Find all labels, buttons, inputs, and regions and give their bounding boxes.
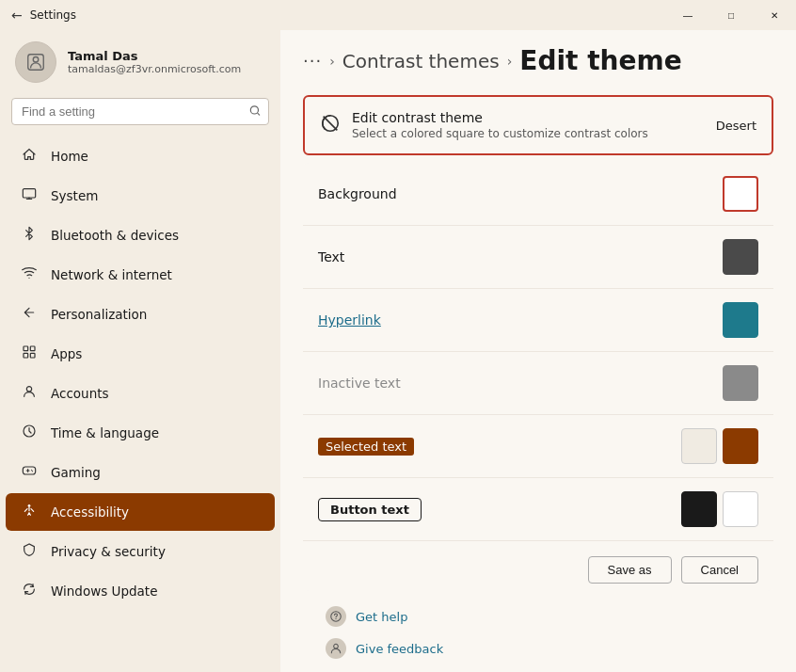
hyperlink-label[interactable]: Hyperlink bbox=[318, 312, 723, 328]
sidebar-item-label: Personalization bbox=[51, 307, 147, 322]
privacy-icon bbox=[21, 542, 38, 561]
footer-links: Get help Give feedback bbox=[303, 591, 773, 659]
svg-point-8 bbox=[26, 387, 31, 392]
sidebar-item-home[interactable]: Home bbox=[6, 137, 275, 175]
title-bar-title: Settings bbox=[30, 8, 76, 22]
profile-section[interactable]: Tamal Das tamaldas@zf3vr.onmicrosoft.com bbox=[0, 30, 280, 98]
background-label: Background bbox=[318, 186, 723, 201]
svg-point-2 bbox=[250, 105, 258, 113]
system-icon bbox=[21, 186, 38, 205]
text-row: Text bbox=[303, 226, 773, 289]
theme-card-subtitle: Select a colored square to customize con… bbox=[352, 127, 705, 140]
give-feedback-label: Give feedback bbox=[356, 642, 443, 656]
theme-card-title: Edit contrast theme bbox=[352, 110, 705, 125]
sidebar-item-label: Network & internet bbox=[51, 267, 172, 282]
sidebar-item-apps[interactable]: Apps bbox=[6, 335, 275, 373]
profile-info: Tamal Das tamaldas@zf3vr.onmicrosoft.com bbox=[68, 49, 241, 75]
svg-rect-7 bbox=[30, 353, 35, 358]
sidebar-item-label: Gaming bbox=[51, 465, 101, 480]
network-icon bbox=[21, 265, 38, 284]
breadcrumb-arrow-1: › bbox=[329, 54, 335, 69]
selected-text-swatches bbox=[681, 428, 758, 464]
inactive-text-swatch[interactable] bbox=[723, 365, 758, 401]
background-swatch[interactable] bbox=[723, 176, 758, 212]
svg-point-1 bbox=[33, 57, 39, 63]
update-icon bbox=[21, 582, 38, 600]
action-row: Save as Cancel bbox=[303, 541, 773, 591]
selected-text-swatch-2[interactable] bbox=[723, 428, 758, 464]
button-text-row: Button text bbox=[303, 478, 773, 541]
give-feedback-link[interactable]: Give feedback bbox=[326, 638, 751, 659]
title-bar: ← Settings — □ ✕ bbox=[0, 0, 796, 30]
sidebar-item-personalization[interactable]: Personalization bbox=[6, 296, 275, 333]
selected-text-badge: Selected text bbox=[318, 438, 414, 456]
sidebar-item-label: Accessibility bbox=[51, 504, 129, 520]
sidebar-item-update[interactable]: Windows Update bbox=[6, 572, 275, 610]
sidebar-item-system[interactable]: System bbox=[6, 177, 275, 215]
breadcrumb-dots: ··· bbox=[303, 51, 322, 71]
theme-card-text: Edit contrast theme Select a colored squ… bbox=[352, 110, 705, 140]
selected-text-swatch-1[interactable] bbox=[681, 428, 717, 464]
sidebar-item-label: Privacy & security bbox=[51, 544, 166, 559]
save-as-button[interactable]: Save as bbox=[588, 556, 672, 584]
app-body: Tamal Das tamaldas@zf3vr.onmicrosoft.com… bbox=[0, 30, 796, 672]
sidebar-item-label: Time & language bbox=[51, 425, 159, 440]
inactive-text-row: Inactive text bbox=[303, 352, 773, 415]
sidebar-item-label: Accounts bbox=[51, 386, 109, 401]
button-text-label-wrap: Button text bbox=[318, 502, 681, 517]
cancel-button[interactable]: Cancel bbox=[681, 556, 758, 584]
apps-icon bbox=[21, 344, 38, 363]
close-button[interactable]: ✕ bbox=[753, 0, 796, 30]
sidebar-item-privacy[interactable]: Privacy & security bbox=[6, 533, 275, 570]
home-icon bbox=[21, 147, 38, 166]
svg-point-15 bbox=[336, 618, 337, 619]
theme-card-icon bbox=[320, 113, 341, 138]
sidebar-item-label: Apps bbox=[51, 346, 82, 361]
breadcrumb-arrow-2: › bbox=[507, 54, 513, 69]
sidebar-item-gaming[interactable]: Gaming bbox=[6, 454, 275, 491]
get-help-icon bbox=[326, 606, 346, 627]
button-text-swatches bbox=[681, 491, 758, 527]
sidebar-item-accessibility[interactable]: Accessibility bbox=[6, 493, 275, 531]
selected-text-row: Selected text bbox=[303, 415, 773, 478]
sidebar: Tamal Das tamaldas@zf3vr.onmicrosoft.com… bbox=[0, 30, 280, 672]
inactive-text-label: Inactive text bbox=[318, 376, 723, 391]
sidebar-item-label: System bbox=[51, 188, 98, 203]
hyperlink-swatch[interactable] bbox=[723, 302, 758, 338]
sidebar-item-network[interactable]: Network & internet bbox=[6, 256, 275, 294]
bluetooth-icon bbox=[21, 226, 38, 245]
get-help-link[interactable]: Get help bbox=[326, 606, 751, 627]
give-feedback-icon bbox=[326, 638, 346, 659]
svg-line-13 bbox=[324, 116, 338, 130]
breadcrumb-link[interactable]: Contrast themes bbox=[342, 50, 500, 72]
svg-rect-3 bbox=[23, 189, 35, 198]
gaming-icon bbox=[21, 463, 38, 482]
sidebar-item-label: Windows Update bbox=[51, 584, 157, 599]
time-icon bbox=[21, 424, 38, 442]
svg-point-16 bbox=[334, 644, 339, 648]
sidebar-item-time[interactable]: Time & language bbox=[6, 414, 275, 452]
back-icon[interactable]: ← bbox=[11, 8, 23, 23]
content-inner: Edit contrast theme Select a colored squ… bbox=[280, 95, 796, 659]
hyperlink-row: Hyperlink bbox=[303, 289, 773, 352]
theme-card-value: Desert bbox=[716, 119, 756, 133]
background-row: Background bbox=[303, 163, 773, 226]
search-input[interactable] bbox=[11, 98, 269, 125]
svg-rect-5 bbox=[30, 346, 35, 351]
text-swatch[interactable] bbox=[723, 239, 758, 275]
accessibility-icon bbox=[21, 503, 38, 521]
minimize-button[interactable]: — bbox=[666, 0, 709, 30]
search-icon bbox=[248, 104, 262, 120]
svg-rect-6 bbox=[24, 353, 28, 358]
maximize-button[interactable]: □ bbox=[709, 0, 753, 30]
sidebar-item-bluetooth[interactable]: Bluetooth & devices bbox=[6, 216, 275, 254]
sidebar-item-accounts[interactable]: Accounts bbox=[6, 375, 275, 412]
profile-email: tamaldas@zf3vr.onmicrosoft.com bbox=[68, 63, 241, 75]
profile-name: Tamal Das bbox=[68, 49, 241, 63]
theme-card[interactable]: Edit contrast theme Select a colored squ… bbox=[303, 95, 773, 155]
text-label: Text bbox=[318, 249, 723, 264]
search-box bbox=[11, 98, 269, 125]
button-text-swatch-2[interactable] bbox=[723, 491, 758, 527]
button-text-swatch-1[interactable] bbox=[681, 491, 717, 527]
button-text-label: Button text bbox=[318, 498, 422, 521]
